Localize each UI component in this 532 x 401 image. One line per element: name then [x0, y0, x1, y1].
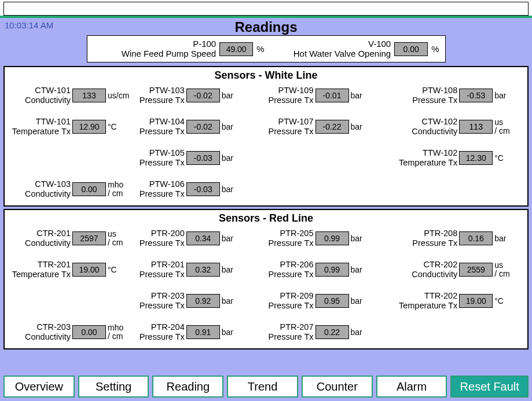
ptr-204-value[interactable]: 0.91	[186, 325, 220, 339]
v100-group: V-100 Hot Water Valve Opening 0.00 %	[268, 39, 439, 58]
sensor-ttw-102: TTW-102Temperature Tx 12.30 °C	[395, 145, 524, 171]
sensor-ptw-103: PTW-103Pressure Tx -0.02 bar	[137, 83, 266, 108]
v100-desc: Hot Water Valve Opening	[293, 49, 391, 58]
sensor-ptr-203: PTR-203Pressure Tx 0.92 bar	[137, 288, 266, 314]
ptr-205-value[interactable]: 0.99	[315, 231, 349, 245]
ctr-203-value[interactable]: 0.00	[72, 325, 106, 339]
sensor-ttr-201: TTR-201Temperature Tx 19.00 °C	[8, 257, 137, 282]
ptw-107-value[interactable]: -0.22	[315, 120, 349, 134]
p100-tag: P-100	[122, 39, 216, 49]
setpoint-box: P-100 Wine Feed Pump Speed 49.00 % V-100…	[87, 35, 446, 62]
ctw-101-value[interactable]: 133	[72, 89, 106, 102]
ctr-201-value[interactable]: 2597	[72, 231, 106, 245]
sensor-ptr-207: PTR-207Pressure Tx 0.22 bar	[266, 319, 395, 345]
sensor-ptw-106: PTW-106Pressure Tx -0.03 bar	[137, 176, 266, 202]
ptr-207-value[interactable]: 0.22	[315, 325, 349, 339]
sensor-ptr-204: PTR-204Pressure Tx 0.91 bar	[137, 319, 266, 345]
sensor-ctw-103: CTW-103Conductivity 0.00 mho/ cm	[8, 176, 137, 202]
ttw-101-value[interactable]: 12.90	[72, 120, 106, 134]
sensor-ptr-208: PTR-208Pressure Tx 0.16 bar	[395, 226, 524, 251]
sensor-ctw-101: CTW-101Conductivity 133 us/cm	[8, 83, 137, 108]
page-title: Readings	[94, 19, 438, 35]
p100-value[interactable]: 49.00	[219, 42, 253, 56]
nav-counter[interactable]: Counter	[302, 376, 373, 398]
sensor-ctr-203: CTR-203Conductivity 0.00 mho/ cm	[8, 319, 137, 345]
nav-trend[interactable]: Trend	[227, 376, 298, 398]
v100-unit: %	[431, 44, 439, 54]
v100-value[interactable]: 0.00	[394, 42, 428, 56]
ptr-201-value[interactable]: 0.32	[186, 263, 220, 277]
v100-tag: V-100	[293, 39, 391, 49]
ptw-108-value[interactable]: -0.53	[459, 89, 493, 102]
panel-red-title: Sensors - Red Line	[8, 212, 524, 225]
sensor-ptr-200: PTR-200Pressure Tx 0.34 bar	[137, 226, 266, 251]
ctw-103-value[interactable]: 0.00	[72, 182, 106, 196]
panel-white-title: Sensors - White Line	[8, 69, 524, 82]
nav-overview[interactable]: Overview	[3, 376, 75, 398]
p100-label: P-100 Wine Feed Pump Speed	[122, 39, 216, 58]
ttr-201-value[interactable]: 19.00	[72, 263, 106, 277]
sensor-ptr-201: PTR-201Pressure Tx 0.32 bar	[137, 257, 266, 282]
white-grid: CTW-101Conductivity 133 us/cm PTW-103Pre…	[8, 83, 524, 202]
ptr-209-value[interactable]: 0.95	[315, 294, 349, 308]
sensor-ptr-209: PTR-209Pressure Tx 0.95 bar	[266, 288, 395, 314]
nav-alarm[interactable]: Alarm	[376, 376, 447, 398]
ptw-106-value[interactable]: -0.03	[186, 182, 220, 196]
sensor-ptw-107: PTW-107Pressure Tx -0.22 bar	[266, 114, 395, 139]
ptw-109-value[interactable]: -0.01	[315, 89, 349, 102]
sensor-ptw-105: PTW-105Pressure Tx -0.03 bar	[137, 145, 266, 171]
p100-unit: %	[256, 44, 264, 54]
ctr-202-value[interactable]: 2559	[459, 263, 493, 277]
ctw-102-value[interactable]: 113	[459, 120, 493, 134]
clock: 10:03:14 AM	[1, 19, 94, 30]
v100-label: V-100 Hot Water Valve Opening	[293, 39, 391, 58]
panels: Sensors - White Line CTW-101Conductivity…	[0, 66, 532, 373]
nav-setting[interactable]: Setting	[78, 376, 149, 398]
hmi-app: 10:03:14 AM Readings P-100 Wine Feed Pum…	[0, 0, 532, 401]
panel-red: Sensors - Red Line CTR-201Conductivity 2…	[3, 209, 529, 350]
ptw-105-value[interactable]: -0.03	[186, 151, 220, 165]
ttr-202-value[interactable]: 19.00	[459, 294, 493, 308]
time-row: 10:03:14 AM Readings	[1, 19, 531, 35]
red-grid: CTR-201Conductivity 2597 us/ cm PTR-200P…	[8, 226, 524, 345]
header: 10:03:14 AM Readings P-100 Wine Feed Pum…	[0, 16, 532, 66]
ptw-104-value[interactable]: -0.02	[186, 120, 220, 134]
ptr-203-value[interactable]: 0.92	[186, 294, 220, 308]
ptr-200-value[interactable]: 0.34	[186, 231, 220, 245]
panel-white: Sensors - White Line CTW-101Conductivity…	[3, 66, 529, 207]
sensor-ptr-206: PTR-206Pressure Tx 0.99 bar	[266, 257, 395, 282]
ptr-208-value[interactable]: 0.16	[459, 231, 493, 245]
nav-reset-fault[interactable]: Reset Fault	[450, 376, 529, 398]
ttw-102-value[interactable]: 12.30	[459, 151, 493, 165]
sensor-ptw-104: PTW-104Pressure Tx -0.02 bar	[137, 114, 266, 139]
nav-reading[interactable]: Reading	[152, 376, 223, 398]
nav-bar: Overview Setting Reading Trend Counter A…	[0, 373, 532, 401]
sensor-ttr-202: TTR-202Temperature Tx 19.00 °C	[395, 288, 524, 314]
sensor-ptr-205: PTR-205Pressure Tx 0.99 bar	[266, 226, 395, 251]
sensor-ctr-202: CTR-202Conductivity 2559 us/ cm	[395, 257, 524, 282]
sensor-ptw-108: PTW-108Pressure Tx -0.53 bar	[395, 83, 524, 108]
sensor-ctw-102: CTW-102Conductivity 113 us/ cm	[395, 114, 524, 139]
alarm-banner	[3, 2, 529, 16]
ptw-103-value[interactable]: -0.02	[186, 89, 220, 102]
sensor-ttw-101: TTW-101Temperature Tx 12.90 °C	[8, 114, 137, 139]
ptr-206-value[interactable]: 0.99	[315, 263, 349, 277]
p100-group: P-100 Wine Feed Pump Speed 49.00 %	[93, 39, 265, 58]
sensor-ctr-201: CTR-201Conductivity 2597 us/ cm	[8, 226, 137, 251]
p100-desc: Wine Feed Pump Speed	[122, 49, 216, 58]
sensor-ptw-109: PTW-109Pressure Tx -0.01 bar	[266, 83, 395, 108]
